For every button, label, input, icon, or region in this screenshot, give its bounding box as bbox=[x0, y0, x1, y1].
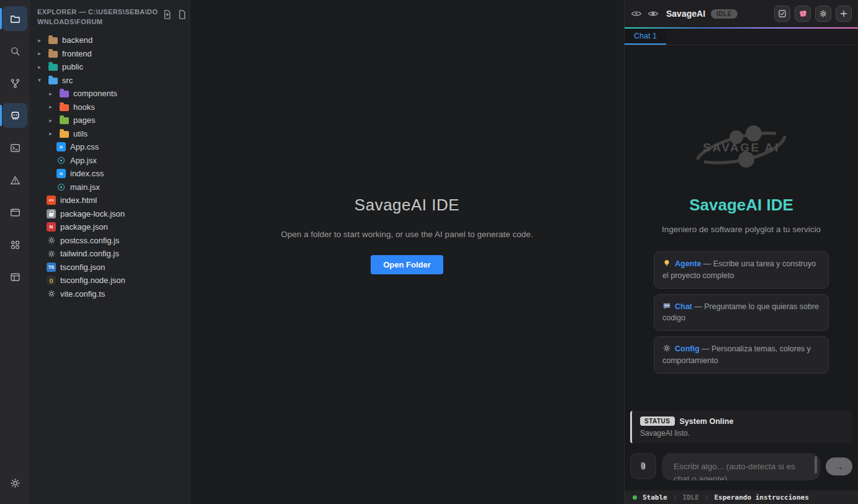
tree-row[interactable]: ▸utils bbox=[30, 127, 189, 140]
tree-row[interactable]: ▾src bbox=[30, 73, 189, 87]
tree-row[interactable]: ▸frontend bbox=[30, 47, 189, 60]
tree-row[interactable]: package-lock.json bbox=[30, 207, 189, 220]
capability-card-chat[interactable]: Chat — Preguntame lo que quieras sobre c… bbox=[654, 294, 829, 331]
tree-row[interactable]: Npackage.json bbox=[30, 220, 189, 234]
chevron-down-icon[interactable]: ▾ bbox=[36, 77, 43, 83]
chevron-right-icon[interactable]: ▸ bbox=[36, 50, 43, 56]
plus-icon bbox=[839, 9, 848, 18]
send-button[interactable]: → bbox=[826, 457, 852, 475]
tree-row[interactable]: TStsconfig.json bbox=[30, 260, 189, 274]
idle-status-badge: IDLE bbox=[711, 9, 738, 19]
capability-card-config[interactable]: Config — Personaliza temas, colores y co… bbox=[654, 336, 829, 374]
activity-item-source-control[interactable] bbox=[2, 71, 27, 96]
tree-row[interactable]: postcss.config.js bbox=[30, 233, 189, 247]
file-name: App.jsx bbox=[70, 156, 97, 165]
git-branch-icon bbox=[10, 78, 20, 89]
chevron-right-icon[interactable]: ▸ bbox=[47, 130, 54, 137]
settings-button[interactable] bbox=[815, 6, 831, 22]
sun-icon bbox=[10, 478, 20, 488]
eye-icon[interactable] bbox=[631, 8, 642, 19]
tree-row[interactable]: {}tsconfig.node.json bbox=[30, 274, 189, 287]
ai-panel-title: SavageAI bbox=[666, 9, 705, 19]
chevron-right-icon[interactable]: ▸ bbox=[36, 64, 43, 70]
open-folder-button[interactable]: Open Folder bbox=[371, 255, 443, 274]
tree-row[interactable]: ▸hooks bbox=[30, 100, 189, 114]
new-file-icon[interactable] bbox=[162, 9, 173, 27]
activity-bar bbox=[0, 0, 30, 504]
activity-item-ai-assistant[interactable] bbox=[2, 103, 27, 128]
folder-name: frontend bbox=[62, 49, 92, 58]
tree-row[interactable]: <>index.html bbox=[30, 194, 189, 207]
activity-item-terminal[interactable] bbox=[2, 135, 27, 160]
layout-icon bbox=[10, 272, 20, 282]
activity-item-explorer[interactable] bbox=[2, 6, 27, 31]
file-name: App.css bbox=[70, 142, 99, 151]
chevron-right-icon[interactable]: ▸ bbox=[36, 37, 43, 43]
explorer-header: EXPLORER — C:\USERS\SEBA\DOWNLOADS\FORUM bbox=[30, 0, 189, 31]
ai-panel: SavageAI IDLE Chat 1 SAVAGE AI SavageAI … bbox=[624, 0, 858, 504]
eye-filled-icon[interactable] bbox=[648, 8, 659, 19]
activity-item-browser[interactable] bbox=[2, 200, 27, 225]
check-square-icon bbox=[778, 9, 787, 18]
react-icon bbox=[56, 156, 66, 165]
activity-item-search[interactable] bbox=[2, 38, 27, 63]
tree-row[interactable]: main.jsx bbox=[30, 180, 189, 194]
warning-icon bbox=[10, 175, 20, 186]
brain-icon bbox=[798, 9, 808, 19]
theme-toggle-button[interactable] bbox=[2, 470, 27, 495]
folder-icon bbox=[60, 117, 69, 124]
tree-row[interactable]: oApp.css bbox=[30, 140, 189, 154]
gear-file-icon bbox=[47, 249, 56, 258]
tree-row[interactable]: ▸pages bbox=[30, 114, 189, 127]
ai-welcome-subtitle: Ingeniero de software polyglot a tu serv… bbox=[662, 225, 821, 234]
status-badge: STATUS bbox=[640, 416, 675, 426]
new-chat-button[interactable] bbox=[836, 6, 852, 22]
chevron-right-icon[interactable]: ▸ bbox=[47, 91, 54, 97]
folder-name: components bbox=[73, 89, 117, 98]
stability-dot bbox=[633, 495, 637, 500]
file-name: postcss.config.js bbox=[60, 236, 119, 245]
tasks-button[interactable] bbox=[774, 6, 790, 22]
activity-item-problems[interactable] bbox=[2, 168, 27, 192]
new-folder-icon[interactable] bbox=[177, 9, 187, 27]
gear-file-icon bbox=[47, 289, 56, 299]
activity-item-layout[interactable] bbox=[2, 264, 27, 289]
terminal-icon bbox=[10, 143, 20, 153]
tree-row[interactable]: oindex.css bbox=[30, 167, 189, 181]
folder-name: pages bbox=[73, 115, 95, 125]
card-title: Chat bbox=[675, 302, 692, 311]
chat-input[interactable] bbox=[662, 453, 820, 480]
attach-button[interactable] bbox=[630, 453, 656, 479]
activity-item-extensions[interactable] bbox=[2, 232, 27, 257]
chevron-right-icon[interactable]: ▸ bbox=[47, 104, 54, 110]
system-status-message: STATUS System Online SavageAI listo. bbox=[630, 411, 852, 443]
folder-name: public bbox=[62, 62, 83, 71]
tree-row[interactable]: App.jsx bbox=[30, 153, 189, 167]
robot-icon bbox=[10, 110, 20, 121]
css-icon: o bbox=[56, 169, 66, 178]
folder-icon bbox=[48, 37, 58, 44]
tree-row[interactable]: ▸components bbox=[30, 87, 189, 101]
stability-label: Stable bbox=[643, 493, 667, 502]
capability-card-agente[interactable]: Agente — Escribe una tarea y construyo e… bbox=[654, 251, 829, 289]
logo-text: SAVAGE AI bbox=[703, 141, 780, 154]
tree-row[interactable]: ▸backend bbox=[30, 34, 189, 47]
status-separator: | bbox=[673, 493, 677, 502]
savageai-watermark-logo: SAVAGE AI bbox=[680, 124, 802, 171]
mode-label: IDLE bbox=[682, 493, 699, 502]
folder-name: src bbox=[62, 76, 73, 85]
tree-row[interactable]: ▸public bbox=[30, 60, 189, 74]
brain-button[interactable] bbox=[795, 6, 811, 22]
folder-icon bbox=[48, 51, 58, 58]
folder-icon bbox=[48, 78, 58, 84]
tree-row[interactable]: tailwind.config.js bbox=[30, 247, 189, 261]
chevron-right-icon[interactable]: ▸ bbox=[47, 117, 54, 124]
tree-row[interactable]: vite.config.ts bbox=[30, 287, 189, 300]
chat-tab-1[interactable]: Chat 1 bbox=[625, 29, 666, 45]
send-arrow-icon: → bbox=[834, 461, 844, 472]
editor-area: SavageAI IDE Open a folder to start work… bbox=[190, 0, 624, 504]
input-scrollbar-thumb[interactable] bbox=[815, 456, 817, 474]
chat-input-row: → bbox=[625, 451, 858, 490]
file-name: main.jsx bbox=[70, 182, 100, 192]
status-separator: | bbox=[705, 493, 709, 502]
